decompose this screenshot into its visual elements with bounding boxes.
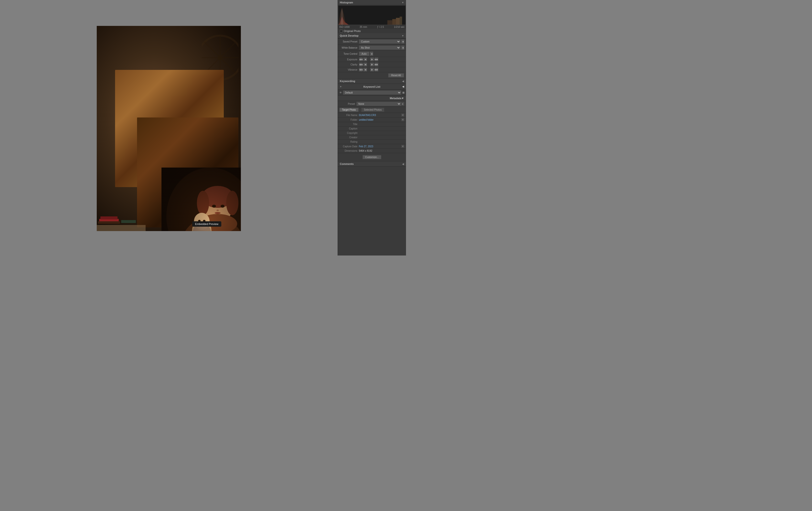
capture-date-scroll-btn[interactable]: ▼ — [401, 145, 405, 148]
capture-date-label: Capture Date — [339, 145, 359, 148]
vibrance-minus-minus-btn[interactable]: ◀◀ — [359, 68, 363, 71]
vibrance-plus-plus-btn[interactable]: ▶▶ — [375, 68, 378, 71]
dimensions-value: 5464 x 8192 — [359, 149, 405, 152]
clarity-minus-minus-btn[interactable]: ◀◀ — [359, 63, 363, 66]
aperture-value: ƒ / 2.5 — [377, 26, 384, 28]
exposure-plus-btn[interactable]: ▶ — [370, 57, 374, 61]
exposure-minus-btn[interactable]: ◀ — [363, 57, 367, 61]
caption-input[interactable] — [359, 127, 405, 130]
tone-control-auto-btn[interactable]: Auto — [359, 52, 369, 56]
comments-chevron[interactable]: ◀ — [402, 163, 404, 166]
copyright-input[interactable] — [359, 132, 405, 134]
metadata-preset-select-field[interactable]: None — [356, 101, 401, 106]
exposure-row: Exposure ◀◀ ◀ ▶ ▶▶ — [338, 57, 406, 62]
white-balance-row: White Balance As Shot Auto Daylight Clou… — [338, 45, 406, 51]
vibrance-dot — [368, 68, 370, 71]
clarity-plus-plus-btn[interactable]: ▶▶ — [375, 63, 378, 66]
saved-preset-prev-btn[interactable]: ◀ — [401, 39, 405, 44]
copyright-row: Copyright — [338, 131, 406, 135]
creator-input[interactable] — [359, 136, 405, 139]
metadata-preset-row: Preset None ▶ — [338, 101, 406, 107]
tone-control-row: Tone Control Auto ◀ — [338, 51, 406, 57]
metadata-chevron[interactable]: ▼ — [401, 97, 404, 100]
preset-expand-btn[interactable]: ▶ — [401, 101, 405, 106]
eye-icon[interactable]: 👁 — [339, 91, 342, 94]
histogram-info: ISO 1000 35 mm ƒ / 2.5 1/210 sec — [338, 25, 406, 29]
exposure-plus-plus-btn[interactable]: ▶▶ — [375, 57, 378, 61]
comments-title: Comments — [340, 162, 354, 166]
keyword-plus-btn[interactable]: + — [340, 85, 342, 88]
exposure-buttons: ◀◀ ◀ ▶ ▶▶ — [359, 57, 378, 61]
clarity-minus-btn[interactable]: ◀ — [363, 63, 367, 66]
keywording-chevron[interactable]: ◀ — [402, 80, 404, 83]
quick-develop-section: Saved Preset Custom ◀ White Balance As S… — [338, 38, 406, 79]
capture-date-value: Feb 27, 2023 — [359, 145, 401, 148]
title-input[interactable] — [359, 123, 405, 125]
keywording-header: Keywording ◀ — [338, 79, 406, 84]
clarity-buttons: ◀◀ ◀ ▶ ▶▶ — [359, 63, 378, 66]
quick-develop-chevron[interactable]: ▼ — [402, 34, 404, 37]
painting-inner-frame — [137, 118, 238, 228]
svg-rect-30 — [97, 225, 146, 231]
caption-label: Caption — [339, 127, 359, 130]
svg-rect-35 — [392, 19, 396, 25]
histogram-title: Histogram — [340, 1, 353, 4]
metadata-preset-label: Preset — [339, 102, 356, 105]
histogram-area — [338, 6, 406, 25]
dimensions-row: Dimensions 5464 x 8192 — [338, 149, 406, 153]
reset-all-btn[interactable]: Reset All — [388, 73, 404, 78]
photo-canvas — [97, 26, 241, 231]
vibrance-label: Vibrance — [339, 68, 359, 71]
exposure-label: Exposure — [339, 58, 359, 61]
creator-row: Creator — [338, 135, 406, 140]
svg-rect-29 — [121, 220, 136, 223]
selected-photos-btn[interactable]: Selected Photos — [361, 108, 384, 112]
tone-control-label: Tone Control — [339, 53, 359, 55]
white-balance-label: White Balance — [339, 47, 359, 49]
panel-spacer — [338, 167, 406, 256]
saved-preset-dropdown[interactable]: Custom — [359, 39, 401, 44]
white-balance-controls: As Shot Auto Daylight Cloudy Shade Tungs… — [359, 46, 405, 50]
keywording-title: Keywording — [340, 80, 355, 83]
metadata-preset-select[interactable]: Default — [343, 90, 401, 95]
caption-row: Caption — [338, 126, 406, 131]
customize-row: Customize... — [338, 153, 406, 161]
white-balance-dropdown[interactable]: As Shot Auto Daylight Cloudy Shade Tungs… — [359, 46, 401, 50]
metadata-header: Metadata ▼ — [338, 96, 406, 101]
original-photo-checkbox[interactable] — [340, 30, 343, 32]
clarity-plus-btn[interactable]: ▶ — [370, 63, 374, 66]
keyword-list-chevron[interactable]: ◀ — [402, 85, 404, 88]
dimensions-label: Dimensions — [339, 149, 359, 152]
vibrance-minus-btn[interactable]: ◀ — [363, 68, 367, 71]
vibrance-buttons: ◀◀ ◀ ▶ ▶▶ — [359, 68, 378, 71]
target-photo-btn[interactable]: Target Photo — [339, 108, 358, 112]
folder-scroll-btn[interactable]: ▼ — [401, 118, 405, 121]
svg-rect-28 — [98, 221, 120, 224]
copyright-label: Copyright — [339, 132, 359, 134]
svg-rect-34 — [387, 20, 392, 25]
customize-btn[interactable]: Customize... — [362, 155, 382, 159]
saved-preset-controls: Custom ◀ — [359, 39, 405, 44]
file-name-label: File Name — [339, 114, 359, 117]
saved-preset-row: Saved Preset Custom ◀ — [338, 38, 406, 45]
clarity-label: Clarity — [339, 63, 359, 66]
painting-frame — [115, 70, 224, 187]
exposure-dot — [368, 57, 370, 61]
right-panel: Histogram ▼ ISO 1000 35 mm ƒ / 2.5 1/ — [338, 0, 406, 256]
exposure-minus-minus-btn[interactable]: ◀◀ — [359, 57, 363, 61]
rating-input[interactable] — [359, 141, 405, 143]
histogram-header: Histogram ▼ — [338, 0, 406, 5]
folder-label: Folder — [339, 118, 359, 121]
title-label: Title — [339, 123, 359, 125]
tone-control-controls: Auto ◀ — [359, 52, 405, 56]
histogram-chevron[interactable]: ▼ — [402, 1, 404, 4]
original-photo-row: Original Photo — [338, 29, 406, 33]
white-balance-prev-btn[interactable]: ◀ — [401, 46, 405, 50]
metadata-toolbar-chevron[interactable]: ⊞ — [402, 91, 405, 94]
file-name-scroll-btn[interactable]: ▼ — [401, 113, 405, 117]
rating-label: Rating — [339, 141, 359, 143]
vibrance-plus-btn[interactable]: ▶ — [370, 68, 374, 71]
creator-label: Creator — [339, 136, 359, 139]
tone-control-prev-btn[interactable]: ◀ — [370, 52, 373, 56]
metadata-toolbar: 👁 Default ⊞ — [338, 90, 406, 96]
